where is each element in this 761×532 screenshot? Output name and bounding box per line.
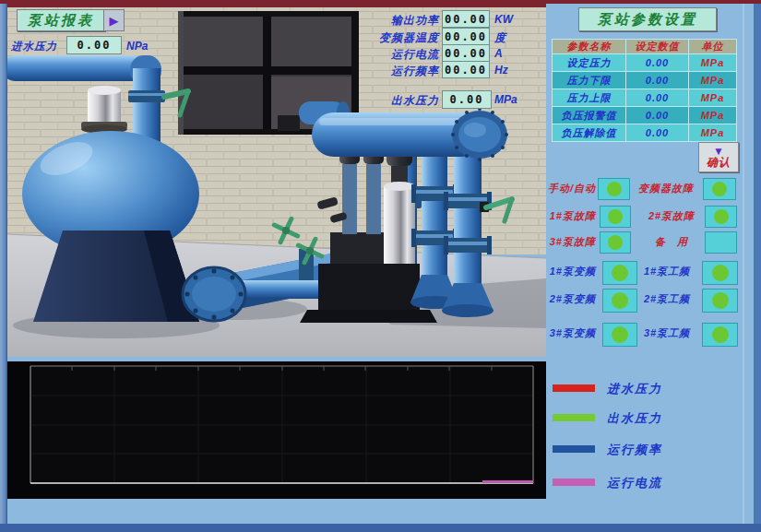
report-arrow-button[interactable]: ▶ <box>103 9 125 31</box>
tank-top-vessel <box>81 86 127 134</box>
readout-value: 00.00 <box>442 10 490 28</box>
settings-table: 参数名称设定数值单位设定压力0.00MPa压力下限0.00MPa压力上限0.00… <box>552 39 737 142</box>
status-label-3: 1#泵故障 <box>546 204 596 228</box>
legend-color-bar <box>553 445 595 453</box>
status-lamp-9 <box>602 289 637 313</box>
status-lamp-6 <box>705 231 737 254</box>
readout-label: 运行电流 <box>339 47 439 63</box>
confirm-button[interactable]: ▼ 确认 <box>698 142 739 172</box>
setting-name-cell: 压力上限 <box>553 89 626 107</box>
legend-label: 运行频率 <box>607 442 662 458</box>
readout-unit: A <box>494 47 503 60</box>
outlet-pressure-unit: MPa <box>494 93 517 106</box>
setting-name-cell: 压力下限 <box>553 72 626 89</box>
readout-label: 输出功率 <box>339 13 439 29</box>
lamp-on-icon <box>714 209 729 224</box>
setting-unit-cell: MPa <box>689 89 737 107</box>
status-lamp-11 <box>602 323 637 347</box>
legend-label: 出水压力 <box>607 410 662 427</box>
trend-chart <box>7 361 546 499</box>
setting-unit-cell: MPa <box>689 107 737 124</box>
status-label-4: 2#泵故障 <box>644 204 699 228</box>
status-label-9: 2#泵变频 <box>546 287 596 311</box>
setting-value-cell[interactable]: 0.00 <box>626 107 689 124</box>
status-label-12: 3#泵工频 <box>640 321 694 345</box>
current-trace-segment <box>482 480 533 483</box>
lamp-on-icon <box>612 326 628 343</box>
inlet-pressure-unit: NPa <box>126 40 148 53</box>
settings-header-cell: 单位 <box>689 40 737 54</box>
status-lamp-1[interactable] <box>598 178 630 200</box>
status-lamp-2 <box>703 178 736 200</box>
outlet-pressure-label: 出水压力 <box>391 93 439 109</box>
frame-bottom <box>0 524 761 532</box>
lamp-on-icon <box>612 265 628 281</box>
legend-color-bar <box>553 414 595 421</box>
status-lamp-4 <box>705 206 737 228</box>
settings-header-cell: 参数名称 <box>553 40 626 54</box>
inlet-pressure-value: 0.00 <box>66 36 122 54</box>
readout-unit: Hz <box>494 64 508 77</box>
panel-divider <box>743 4 744 524</box>
report-button[interactable]: 泵站报表 <box>17 9 105 31</box>
readout-label: 运行频率 <box>339 64 439 79</box>
setting-unit-cell: MPa <box>689 124 737 142</box>
status-label-11: 3#泵变频 <box>546 321 596 345</box>
status-label-5: 3#泵故障 <box>546 230 596 254</box>
status-lamp-7 <box>602 261 637 285</box>
lamp-on-icon <box>712 326 729 343</box>
frame-left <box>0 4 7 524</box>
status-label-6: 备 用 <box>644 230 699 254</box>
settings-table-header: 参数名称设定数值单位 <box>553 40 737 54</box>
legend-label: 进水压力 <box>607 381 662 397</box>
setting-name-cell: 负压报警值 <box>553 107 626 124</box>
readout-value: 00.00 <box>442 61 490 78</box>
legend-label: 运行电流 <box>607 475 662 491</box>
setting-value-cell[interactable]: 0.00 <box>626 72 689 89</box>
setting-name-cell: 负压解除值 <box>553 124 626 142</box>
trend-chart-plot <box>7 361 546 499</box>
settings-title: 泵站参数设置 <box>578 7 717 31</box>
lamp-on-icon <box>608 209 623 224</box>
status-label-8: 1#泵工频 <box>640 259 694 283</box>
settings-table-row: 负压报警值0.00MPa <box>553 107 737 124</box>
inlet-pressure-label: 进水压力 <box>11 40 57 53</box>
confirm-label: 确认 <box>707 156 731 169</box>
legend-color-bar <box>553 479 595 486</box>
setting-unit-cell: MPa <box>689 72 737 89</box>
status-lamp-10 <box>702 289 738 313</box>
settings-table-row: 负压解除值0.00MPa <box>553 124 737 142</box>
readout-value: 00.00 <box>442 44 490 62</box>
status-label-10: 2#泵工频 <box>640 287 694 311</box>
legend-color-bar <box>553 384 595 392</box>
readout-value: 00.00 <box>442 28 490 45</box>
setting-value-cell[interactable]: 0.00 <box>626 54 689 72</box>
lamp-on-icon <box>712 292 729 309</box>
hmi-screen: 泵站报表 ▶ 进水压力 0.00 NPa 出水压力 0.00 MPa 泵站参数设… <box>0 0 761 532</box>
status-lamp-12 <box>702 323 738 347</box>
settings-header-cell: 设定数值 <box>626 40 689 54</box>
setting-value-cell[interactable]: 0.00 <box>626 89 689 107</box>
readout-label: 变频器温度 <box>339 30 439 46</box>
lamp-on-icon <box>607 182 622 196</box>
readout-unit: 度 <box>494 30 505 46</box>
settings-table-row: 设定压力0.00MPa <box>553 54 737 72</box>
status-label-7: 1#泵变频 <box>546 259 596 283</box>
outlet-pressure-value: 0.00 <box>442 90 492 109</box>
status-label-2: 变频器故障 <box>631 176 701 200</box>
lamp-on-icon <box>712 265 729 281</box>
frame-top <box>0 0 761 4</box>
lamp-on-icon <box>612 292 628 309</box>
lamp-on-icon <box>608 235 623 250</box>
status-lamp-8 <box>702 261 738 285</box>
lamp-on-icon <box>712 182 727 196</box>
setting-name-cell: 设定压力 <box>553 54 626 72</box>
readout-unit: KW <box>494 13 513 26</box>
status-lamp-5 <box>600 231 631 254</box>
status-lamp-3 <box>600 206 631 228</box>
setting-value-cell[interactable]: 0.00 <box>626 124 689 142</box>
settings-table-row: 压力下限0.00MPa <box>553 72 737 89</box>
settings-table-row: 压力上限0.00MPa <box>553 89 737 107</box>
setting-unit-cell: MPa <box>689 54 737 72</box>
outlet-manifold <box>312 107 508 161</box>
